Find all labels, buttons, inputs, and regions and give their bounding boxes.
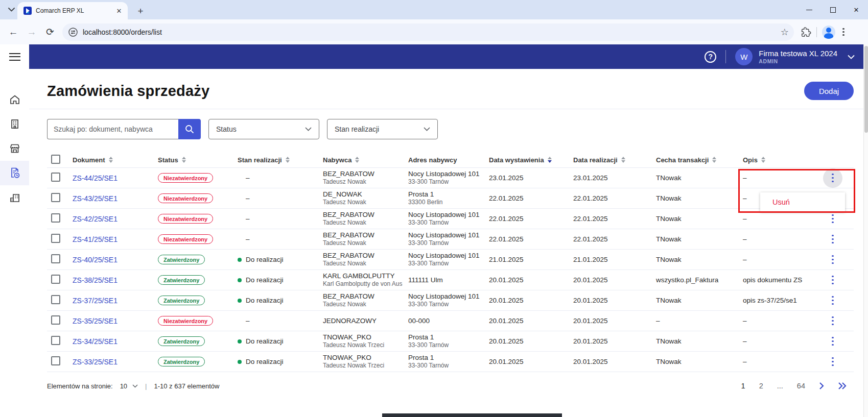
stan-realizacji-filter-select[interactable]: Stan realizacji (327, 119, 438, 139)
document-link[interactable]: ZS-35/25/SE1 (73, 317, 118, 325)
bookmark-star-icon[interactable]: ☆ (781, 27, 789, 38)
column-header[interactable]: Data wystawienia (485, 156, 569, 164)
sort-icon[interactable] (182, 157, 186, 163)
buyer-name: TNOWAK_PKO (323, 333, 404, 341)
date-issued: 20.01.2025 (485, 337, 569, 345)
site-info-icon[interactable] (68, 28, 78, 37)
column-header[interactable]: Opis (739, 156, 821, 164)
per-page-select[interactable]: 10 (120, 382, 138, 390)
document-link[interactable]: ZS-33/25/SE1 (73, 358, 118, 366)
reload-icon[interactable]: ⟳ (42, 24, 58, 40)
row-checkbox[interactable] (51, 275, 60, 284)
row-checkbox[interactable] (51, 315, 60, 325)
row-checkbox[interactable] (51, 173, 60, 182)
buyer-address: Prosta 1 (408, 354, 485, 362)
back-icon[interactable]: ← (5, 24, 21, 40)
extensions-icon[interactable] (801, 27, 811, 37)
toolbar-divider (816, 27, 817, 37)
row-actions-kebab-icon[interactable] (823, 291, 842, 310)
row-actions-kebab-icon[interactable] (823, 352, 842, 372)
column-header[interactable]: Status (154, 156, 233, 164)
window-maximize-button[interactable] (821, 0, 844, 19)
url-text[interactable]: localhost:8000/orders/list (83, 28, 781, 36)
row-checkbox[interactable] (51, 254, 60, 263)
table-row: ZS-38/25/SE1 Zatwierdzony Do realizacji … (47, 270, 854, 290)
document-link[interactable]: ZS-44/25/SE1 (73, 174, 118, 182)
row-actions-kebab-icon[interactable] (823, 311, 842, 331)
window-minimize-button[interactable] (797, 0, 821, 19)
delete-menu-item[interactable]: Usuń (772, 198, 790, 206)
forward-icon[interactable]: → (24, 24, 40, 40)
page-number[interactable]: 2 (759, 382, 763, 390)
search-button[interactable] (178, 119, 201, 139)
browser-menu-icon[interactable] (840, 26, 847, 38)
browser-profile-avatar[interactable] (822, 26, 835, 39)
window-close-button[interactable]: ✕ (844, 0, 868, 19)
buyer-name: DE_NOWAK (323, 190, 404, 199)
next-page-icon[interactable] (819, 382, 824, 389)
sidebar-item-company[interactable] (0, 112, 29, 136)
sidebar-item-warehouse[interactable] (0, 185, 29, 210)
document-link[interactable]: ZS-38/25/SE1 (73, 276, 118, 284)
hamburger-menu-icon[interactable] (0, 44, 29, 69)
sidebar-item-store[interactable] (0, 136, 29, 161)
document-link[interactable]: ZS-40/25/SE1 (73, 256, 118, 264)
chevron-down-icon[interactable] (848, 55, 855, 59)
company-switcher[interactable]: W Firma testowa XL 2024 ADMIN (735, 48, 855, 65)
tab-close-icon[interactable]: ✕ (114, 6, 124, 15)
page-scrollbar[interactable] (863, 44, 868, 417)
status-badge: Zatwierdzony (158, 275, 205, 285)
help-icon[interactable]: ? (705, 51, 716, 63)
new-tab-button[interactable]: + (134, 5, 147, 18)
row-checkbox[interactable] (51, 234, 60, 243)
row-checkbox[interactable] (51, 213, 60, 223)
search-input[interactable] (47, 119, 178, 139)
document-link[interactable]: ZS-43/25/SE1 (73, 194, 118, 203)
column-header[interactable]: Data realizacji (569, 156, 652, 164)
column-header[interactable]: Stan realizacji (233, 156, 319, 164)
table-row: ZS-35/25/SE1 Niezatwierdzony – JEDNORAZO… (47, 311, 854, 331)
browser-toolbar: ← → ⟳ localhost:8000/orders/list ☆ (0, 19, 868, 44)
row-checkbox[interactable] (51, 295, 60, 304)
sidebar-item-home[interactable] (0, 87, 29, 112)
address-bar[interactable]: localhost:8000/orders/list ☆ (62, 23, 794, 41)
transaction-feature: – (652, 317, 739, 325)
sort-icon[interactable] (109, 157, 113, 163)
select-all-checkbox[interactable] (51, 155, 60, 164)
buyer-address-city: 33-300 Tarnów (408, 341, 485, 349)
document-link[interactable]: ZS-37/25/SE1 (73, 297, 118, 305)
browser-tab[interactable]: Comarch ERP XL ✕ (17, 2, 128, 19)
sort-icon[interactable] (286, 157, 290, 163)
transaction-feature: TNowak (652, 215, 739, 223)
row-actions-kebab-icon[interactable] (823, 230, 842, 249)
sort-icon[interactable] (548, 157, 552, 163)
date-issued: 22.01.2025 (485, 215, 569, 223)
document-link[interactable]: ZS-42/25/SE1 (73, 215, 118, 223)
row-actions-kebab-icon[interactable] (823, 168, 842, 188)
sort-icon[interactable] (355, 157, 359, 163)
row-checkbox[interactable] (51, 336, 60, 345)
page-number[interactable]: 64 (797, 382, 805, 390)
last-page-icon[interactable] (838, 382, 847, 389)
sort-icon[interactable] (712, 157, 716, 163)
row-actions-kebab-icon[interactable] (823, 271, 842, 290)
page-number[interactable]: ... (777, 382, 783, 390)
sort-icon[interactable] (761, 157, 765, 163)
sidebar-item-orders[interactable] (0, 161, 29, 185)
row-checkbox[interactable] (51, 193, 60, 202)
column-header[interactable]: Dokument (68, 156, 154, 164)
row-actions-kebab-icon[interactable] (823, 250, 842, 269)
column-header[interactable]: Cecha transakcji (652, 156, 739, 164)
column-header[interactable]: Nabywca (319, 156, 404, 164)
sort-icon[interactable] (621, 157, 625, 163)
document-link[interactable]: ZS-41/25/SE1 (73, 235, 118, 243)
add-button[interactable]: Dodaj (804, 82, 854, 100)
tab-search-chevron-icon[interactable] (4, 3, 18, 17)
row-actions-kebab-icon[interactable] (823, 332, 842, 351)
status-filter-select[interactable]: Status (208, 119, 319, 139)
document-link[interactable]: ZS-34/25/SE1 (73, 337, 118, 346)
row-actions-kebab-icon[interactable] (823, 209, 842, 229)
row-checkbox[interactable] (51, 356, 60, 365)
page-number[interactable]: 1 (741, 382, 745, 390)
column-header[interactable]: Adres nabywcy (404, 156, 485, 164)
